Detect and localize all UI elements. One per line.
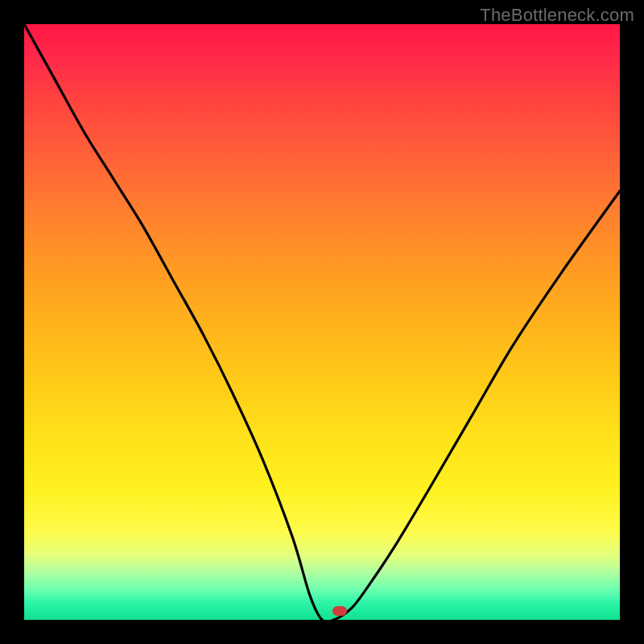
watermark-text: TheBottleneck.com bbox=[480, 5, 634, 26]
bottleneck-curve bbox=[24, 24, 620, 620]
plot-area bbox=[24, 24, 620, 620]
optimal-point-marker bbox=[332, 606, 347, 616]
chart-frame: TheBottleneck.com bbox=[0, 0, 644, 644]
